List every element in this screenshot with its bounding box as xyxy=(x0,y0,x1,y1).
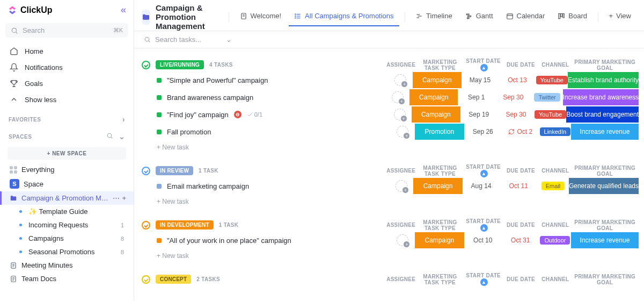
assignee-avatar[interactable] xyxy=(394,109,406,120)
list-item[interactable]: Campaigns8 xyxy=(0,232,134,245)
goal-pill[interactable]: Generate qualified leads xyxy=(569,178,639,194)
tab-board[interactable]: Board xyxy=(552,8,592,26)
task-search-bar[interactable]: Search tasks... ⌄ xyxy=(134,31,644,48)
assignee-avatar[interactable] xyxy=(397,126,408,138)
group-toggle[interactable] xyxy=(142,167,150,175)
col-type[interactable]: MARKETING TASK TYPE xyxy=(415,274,465,285)
task-row[interactable]: "Simple and Powerful" campaign Campaign … xyxy=(140,71,639,89)
col-assignee[interactable]: ASSIGNEE xyxy=(386,62,415,68)
col-goal[interactable]: PRIMARY MARKETING GOAL xyxy=(571,274,639,285)
list-item[interactable]: Seasonal Promotions8 xyxy=(0,245,134,259)
space-item[interactable]: S Space xyxy=(0,176,134,191)
col-assignee[interactable]: ASSIGNEE xyxy=(386,168,415,174)
goal-pill[interactable]: Boost brand engagement xyxy=(566,106,639,123)
start-date[interactable]: Oct 10 xyxy=(473,236,492,244)
channel-pill[interactable]: Outdoor xyxy=(540,236,570,245)
channel-pill[interactable]: Twitter xyxy=(534,93,560,102)
add-view-button[interactable]: +View xyxy=(603,8,636,26)
list-item[interactable]: ✨ Template Guide xyxy=(0,205,134,218)
chevron-down-icon[interactable]: ⌄ xyxy=(119,132,126,141)
goal-pill[interactable]: Establish brand authority xyxy=(568,72,639,88)
group-toggle[interactable] xyxy=(142,275,150,284)
col-goal[interactable]: PRIMARY MARKETING GOAL xyxy=(571,59,639,71)
more-icon[interactable]: ⋯ xyxy=(113,194,120,202)
status-chip[interactable]: CONCEPT xyxy=(156,275,191,284)
goal-pill[interactable]: Increase revenue xyxy=(571,124,639,140)
channel-pill[interactable]: YouTube xyxy=(536,76,568,84)
due-date[interactable]: Oct 2 xyxy=(517,128,532,135)
task-row[interactable]: "All of your work in one place" campaign… xyxy=(140,232,639,249)
assignee-avatar[interactable] xyxy=(397,234,408,246)
status-square-icon[interactable] xyxy=(157,238,162,243)
channel-pill[interactable]: YouTube xyxy=(535,110,566,119)
task-row[interactable]: "Find joy" campaign ⊖0/1 Campaign Sep 19… xyxy=(140,106,639,123)
task-row[interactable]: Brand awareness campaign Campaign Sep 1 … xyxy=(140,89,639,106)
type-pill[interactable]: Campaign xyxy=(413,178,462,194)
status-chip[interactable]: IN REVIEW xyxy=(156,166,193,175)
due-date[interactable]: Sep 30 xyxy=(506,111,526,118)
tab-timeline[interactable]: Timeline xyxy=(410,8,458,26)
type-pill[interactable]: Campaign xyxy=(415,232,464,248)
start-date[interactable]: Sep 19 xyxy=(469,111,489,118)
list-item[interactable]: Incoming Requests1 xyxy=(0,218,134,232)
doc-item[interactable]: Team Docs xyxy=(0,272,134,285)
task-row[interactable]: Fall promotion Promotion Sep 26 Oct 2 Li… xyxy=(140,123,639,140)
due-date[interactable]: Oct 13 xyxy=(508,76,526,84)
logo[interactable]: ClickUp xyxy=(8,5,53,15)
col-assignee[interactable]: ASSIGNEE xyxy=(386,276,415,282)
start-date[interactable]: May 15 xyxy=(470,76,491,84)
status-square-icon[interactable] xyxy=(157,130,162,134)
col-start[interactable]: START DATE▲ xyxy=(465,218,502,232)
task-row[interactable]: Email marketing campaign Campaign Aug 14… xyxy=(140,177,639,195)
status-square-icon[interactable] xyxy=(157,184,162,189)
type-pill[interactable]: Campaign xyxy=(413,72,462,88)
due-date[interactable]: Oct 11 xyxy=(509,182,528,190)
col-channel[interactable]: CHANNEL xyxy=(539,168,571,174)
nav-home[interactable]: Home xyxy=(0,43,134,59)
col-goal[interactable]: PRIMARY MARKETING GOAL xyxy=(571,219,639,231)
assignee-avatar[interactable] xyxy=(392,91,404,103)
sidebar-search[interactable]: Search ⌘K xyxy=(5,23,128,38)
start-date[interactable]: Sep 26 xyxy=(473,128,493,135)
tab-welcome[interactable]: Welcome! xyxy=(235,8,287,26)
goal-pill[interactable]: Increase revenue xyxy=(571,232,639,248)
new-space-button[interactable]: + NEW SPACE xyxy=(8,147,126,160)
col-channel[interactable]: CHANNEL xyxy=(539,276,571,282)
start-date[interactable]: Aug 14 xyxy=(471,182,492,190)
doc-item[interactable]: Meeting Minutes xyxy=(0,259,134,272)
col-assignee[interactable]: ASSIGNEE xyxy=(386,222,415,228)
col-start[interactable]: START DATE▲ xyxy=(465,273,502,286)
new-task-button[interactable]: + New task xyxy=(140,140,639,151)
col-goal[interactable]: PRIMARY MARKETING GOAL xyxy=(571,165,639,177)
type-pill[interactable]: Campaign xyxy=(409,89,458,105)
col-type[interactable]: MARKETING TASK TYPE xyxy=(415,165,465,177)
favorites-section[interactable]: FAVORITES › xyxy=(0,110,134,127)
status-square-icon[interactable] xyxy=(157,78,162,83)
group-toggle[interactable] xyxy=(142,61,150,69)
group-toggle[interactable] xyxy=(142,221,150,230)
tab-gantt[interactable]: Gantt xyxy=(460,8,499,26)
nav-goals[interactable]: Goals xyxy=(0,75,134,91)
col-start[interactable]: START DATE▲ xyxy=(465,164,502,177)
goal-pill[interactable]: Increase brand awareness xyxy=(563,89,639,105)
col-type[interactable]: MARKETING TASK TYPE xyxy=(415,59,465,71)
collapse-sidebar-button[interactable]: « xyxy=(121,4,126,16)
status-chip[interactable]: IN DEVELOPMENT xyxy=(156,220,214,230)
everything-item[interactable]: Everything xyxy=(0,163,134,176)
col-due[interactable]: DUE DATE xyxy=(502,168,540,174)
channel-pill[interactable]: Email xyxy=(541,182,565,190)
col-channel[interactable]: CHANNEL xyxy=(539,222,571,228)
col-start[interactable]: START DATE▲ xyxy=(465,58,502,71)
chevron-down-icon[interactable]: ⌄ xyxy=(226,35,232,44)
folder-campaign-promotion[interactable]: Campaign & Promotion M… ⋯ + xyxy=(0,191,134,205)
status-square-icon[interactable] xyxy=(157,95,162,100)
assignee-avatar[interactable] xyxy=(394,74,406,86)
tab-calendar[interactable]: Calendar xyxy=(501,8,551,26)
type-pill[interactable]: Promotion xyxy=(415,124,464,140)
col-due[interactable]: DUE DATE xyxy=(502,62,540,68)
due-date[interactable]: Sep 30 xyxy=(503,94,523,101)
assignee-avatar[interactable] xyxy=(396,180,407,192)
add-icon[interactable]: + xyxy=(122,194,126,202)
tab-all-campaigns[interactable]: All Campaigns & Promotions xyxy=(289,8,399,26)
due-date[interactable]: Oct 31 xyxy=(511,236,530,244)
